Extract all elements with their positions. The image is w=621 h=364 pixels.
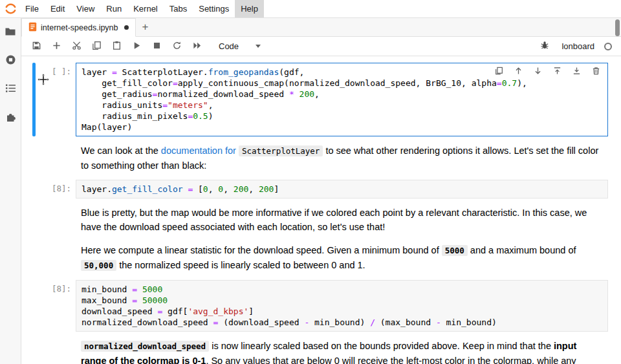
code-token: = (132, 284, 137, 294)
cell-prompt: [ ]: (36, 63, 76, 136)
move-down-icon (534, 67, 542, 77)
markdown-cell-normalized[interactable]: normalized_download_speed is now linearl… (21, 334, 621, 364)
copy-icon (92, 41, 102, 52)
code-line: get_radius=normalized_download_speed * 2… (82, 89, 602, 100)
run-cell-button[interactable] (128, 39, 145, 54)
table-of-contents-icon (5, 83, 16, 95)
menu-edit[interactable]: Edit (45, 0, 71, 17)
insert-cell-below-button[interactable] (571, 67, 582, 77)
inline-code: 5000 (442, 245, 468, 256)
cut-icon (72, 41, 82, 52)
menu-kernel[interactable]: Kernel (127, 0, 164, 17)
extension-manager-icon (5, 111, 16, 124)
sidebar-extension-manager-button[interactable] (3, 110, 18, 125)
inline-code: ScatterplotLayer (239, 145, 323, 156)
cell-input-editor[interactable]: layer = ScatterplotLayer.from_geopandas(… (76, 63, 608, 136)
menu-settings[interactable]: Settings (193, 0, 235, 17)
code-token: apply_continuous_cmap(normalized_downloa… (178, 78, 497, 88)
code-token: layer (82, 67, 112, 77)
markdown-body: We can look at the documentation for Sca… (76, 142, 608, 175)
code-token: = (162, 100, 168, 110)
code-token: 5000 (142, 284, 162, 294)
duplicate-cell-button[interactable] (494, 67, 504, 77)
move-cell-down-button[interactable] (532, 67, 543, 77)
app-body: internet-speeds.ipynb + (0, 18, 621, 364)
cell-input-editor[interactable]: min_bound = 5000 max_bound = 50000 downl… (76, 280, 608, 332)
new-tab-button[interactable]: + (136, 18, 155, 36)
code-token: 0.5 (193, 111, 208, 121)
unsaved-changes-dot[interactable] (124, 25, 129, 30)
menu-view[interactable]: View (71, 0, 100, 17)
code-token: (gdf, (279, 67, 304, 77)
sidebar-running-sessions-button[interactable] (3, 53, 18, 69)
code-token: ] (248, 306, 254, 316)
cell-prompt (36, 142, 76, 175)
insert-below-icon (572, 67, 581, 77)
scrollbar-thumb[interactable] (615, 19, 620, 36)
menu-file[interactable]: File (19, 0, 45, 17)
paste-cells-button[interactable] (108, 39, 125, 54)
md-link[interactable]: documentation for (161, 145, 236, 156)
code-cell-scatterplot[interactable]: [ ]: layer = ScatterplotLayer.from_geopa… (21, 60, 621, 139)
cell-type-dropdown[interactable]: Code (213, 39, 266, 53)
cell-prompt (36, 241, 76, 275)
code-token: = (112, 67, 117, 77)
code-token: , (208, 184, 219, 194)
delete-cell-button[interactable] (591, 67, 601, 77)
code-token: , (248, 184, 259, 194)
jupyterlab-app: File Edit View Run Kernel Tabs Settings … (0, 0, 621, 364)
code-token: radius_units (82, 100, 162, 110)
code-token: normalized_download_speed (157, 89, 289, 99)
running-sessions-icon (5, 54, 16, 67)
markdown-cell-documentation[interactable]: We can look at the documentation for Sca… (21, 139, 621, 177)
notebook-toolbar: Code lonboard (21, 37, 621, 56)
folder-icon (5, 27, 16, 39)
code-token: ), (517, 78, 527, 88)
menu-bar: File Edit View Run Kernel Tabs Settings … (0, 0, 621, 18)
left-sidebar (0, 18, 21, 364)
insert-cell-above-button[interactable] (552, 67, 562, 77)
save-icon (32, 41, 41, 52)
notebook-panel: [ ]: layer = ScatterplotLayer.from_geopa… (21, 56, 621, 364)
move-cell-up-button[interactable] (513, 67, 523, 77)
restart-run-all-button[interactable] (188, 39, 205, 54)
sidebar-file-browser-button[interactable] (3, 25, 18, 40)
code-token: download_speed (82, 306, 157, 316)
cell-input-editor[interactable]: layer.get_fill_color = [0, 0, 200, 200] (76, 180, 608, 198)
kernel-status-icon[interactable] (604, 43, 612, 50)
menu-tabs[interactable]: Tabs (164, 0, 193, 17)
md-text: Here we compute a linear statistic for t… (81, 245, 442, 255)
code-token: min_bound) (441, 317, 497, 327)
save-button[interactable] (28, 39, 45, 54)
code-token (294, 89, 300, 99)
menu-help[interactable]: Help (235, 0, 264, 17)
code-token: 200 (300, 89, 314, 99)
copy-cells-button[interactable] (88, 39, 105, 54)
restart-icon (172, 41, 182, 52)
run-all-icon (192, 41, 202, 52)
tab-internet-speeds[interactable]: internet-speeds.ipynb (21, 18, 136, 37)
restart-kernel-button[interactable] (168, 39, 185, 54)
code-cell-fill-color[interactable]: [8]: layer.get_fill_color = [0, 0, 200, … (21, 177, 621, 201)
add-cell-button[interactable] (48, 39, 65, 54)
code-token: min_bound) (309, 317, 370, 327)
cell-type-value: Code (219, 41, 239, 51)
code-token: 50000 (142, 295, 168, 305)
kernel-name[interactable]: lonboard (561, 41, 594, 51)
code-token: from_geopandas (208, 67, 279, 77)
cut-cells-button[interactable] (68, 39, 85, 54)
md-text: the normalized speed is linearly scaled … (116, 260, 365, 270)
window-scrollbar[interactable] (614, 18, 621, 364)
markdown-cell-linear-statistic[interactable]: Here we compute a linear statistic for t… (21, 239, 621, 277)
sidebar-table-of-contents-button[interactable] (3, 81, 18, 97)
code-cell-bounds[interactable]: [8]: min_bound = 5000 max_bound = 50000 … (21, 277, 621, 334)
move-up-icon (514, 67, 523, 77)
interrupt-kernel-button[interactable] (148, 39, 165, 54)
markdown-cell-blue-pretty[interactable]: Blue is pretty, but the map would be mor… (21, 201, 621, 239)
code-token: * (289, 89, 294, 99)
code-token: gdf[ (162, 306, 188, 316)
code-line: layer.get_fill_color = [0, 0, 200, 200] (82, 184, 602, 195)
debugger-button[interactable] (536, 39, 553, 54)
cell-prompt (36, 204, 76, 236)
menu-run[interactable]: Run (100, 0, 127, 17)
